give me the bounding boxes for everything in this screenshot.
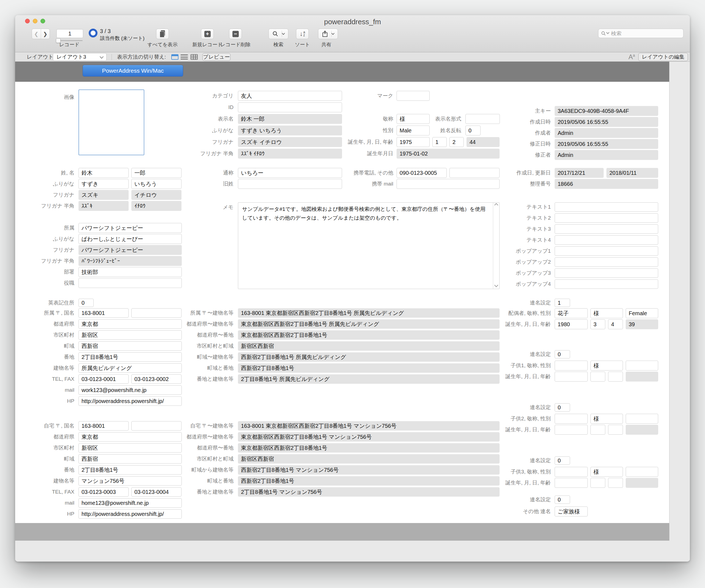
field-input[interactable]: ぱわーしふとじぇーぴー [79, 234, 182, 244]
poweraddress-button[interactable]: PowerAddress Win/Mac [83, 65, 183, 77]
field-input[interactable]: 西新宿 [79, 341, 182, 351]
table-view-icon[interactable] [191, 54, 198, 60]
field-input[interactable] [450, 168, 500, 178]
share-button[interactable] [318, 29, 338, 39]
field-input[interactable]: 1975 [396, 137, 430, 147]
scroll-up-icon[interactable] [494, 203, 498, 207]
field-input[interactable]: 0 [79, 299, 94, 307]
field-input[interactable]: 2丁目8番地1号 [79, 465, 182, 475]
field-input[interactable]: 03-0123-0002 [131, 375, 182, 384]
field-input[interactable]: 一郎 [131, 168, 182, 178]
memo-scrollbar[interactable] [493, 203, 499, 289]
record-number-field[interactable]: 1 [56, 29, 83, 38]
field-input[interactable]: 2丁目8番地1号 [79, 352, 182, 362]
field-input[interactable]: 花子 [555, 308, 588, 318]
field-input[interactable]: 0 [555, 350, 570, 358]
next-record-icon[interactable]: ❯ [41, 29, 50, 39]
show-all-button[interactable] [156, 29, 169, 39]
field-input[interactable]: ご家族様 [555, 506, 588, 517]
field-input[interactable] [608, 372, 623, 382]
field-input[interactable]: 0 [555, 456, 570, 465]
field-input[interactable] [396, 179, 500, 189]
field-input[interactable]: 090-0123-0005 [396, 168, 447, 178]
field-input[interactable]: home123@powershift.ne.jp [79, 498, 182, 507]
edit-layout-button[interactable]: レイアウトの編集 [638, 53, 688, 61]
field-input[interactable] [555, 246, 658, 256]
field-input[interactable]: work123@powershift.ne.jp [79, 385, 182, 395]
field-input[interactable] [79, 278, 182, 288]
field-input[interactable] [555, 257, 658, 267]
field-input[interactable] [555, 213, 658, 223]
previous-record-icon[interactable]: ❮ [32, 29, 41, 39]
field-input[interactable]: 0 [465, 126, 480, 136]
field-input[interactable]: 新宿区 [79, 443, 182, 452]
field-input[interactable]: パワーシフトジェーピー [79, 223, 182, 233]
field-input[interactable]: 03-0123-0004 [131, 487, 182, 497]
field-input[interactable]: 1 [555, 299, 570, 307]
field-input[interactable]: 4 [608, 319, 623, 329]
field-input[interactable] [238, 179, 342, 189]
memo-field[interactable]: サンプルデータ#1です。地図検索および郵便番号検索の例として、東京都庁の住所（〒… [238, 202, 500, 289]
field-input[interactable]: マンション756号 [79, 476, 182, 486]
form-view-icon[interactable] [171, 54, 179, 60]
field-input[interactable]: 0 [555, 403, 570, 411]
scroll-down-icon[interactable] [494, 283, 498, 287]
quick-search-field[interactable] [598, 29, 684, 38]
field-input[interactable] [555, 372, 588, 382]
field-input[interactable]: 様 [591, 308, 623, 318]
found-set-pie-icon[interactable] [89, 29, 97, 38]
field-input[interactable] [555, 202, 658, 212]
quick-search-input[interactable] [611, 30, 680, 38]
field-input[interactable] [555, 414, 588, 424]
field-input[interactable] [608, 425, 623, 435]
field-input[interactable] [555, 467, 588, 477]
text-formatting-icon[interactable]: Aa [628, 53, 635, 61]
field-input[interactable] [626, 360, 658, 371]
field-input[interactable] [396, 91, 430, 101]
field-input[interactable]: 2 [450, 137, 464, 147]
field-input[interactable]: http://poweraddress.powershift.jp/ [79, 396, 182, 406]
field-input[interactable]: いちろー [238, 168, 342, 178]
field-input[interactable]: 1980 [555, 319, 588, 329]
sort-button[interactable]: ↓az [296, 29, 309, 39]
find-button[interactable] [269, 29, 288, 39]
field-input[interactable] [591, 478, 605, 488]
field-input[interactable]: 所属先ビルディング [79, 363, 182, 373]
field-input[interactable] [608, 478, 623, 488]
field-input[interactable]: すずき [79, 179, 129, 189]
field-input[interactable]: 新宿区 [79, 330, 182, 340]
field-input[interactable]: 様 [591, 360, 623, 371]
field-input[interactable]: http://poweraddress.powershift.jp/ [79, 509, 182, 519]
field-input[interactable]: いちろう [131, 179, 182, 189]
field-input[interactable]: 技術部 [79, 267, 182, 277]
record-nav-buttons[interactable]: ❮ ❯ [32, 29, 50, 39]
field-input[interactable] [591, 372, 605, 382]
image-field[interactable] [79, 90, 144, 155]
field-input[interactable]: 0 [555, 495, 570, 504]
field-input[interactable]: 様 [591, 467, 623, 477]
field-input[interactable] [591, 425, 605, 435]
field-input[interactable]: 1 [432, 137, 447, 147]
field-input[interactable] [555, 268, 658, 278]
field-input[interactable] [555, 478, 588, 488]
field-input[interactable] [626, 414, 658, 424]
field-input[interactable]: 様 [396, 114, 430, 124]
field-input[interactable]: 東京都 [79, 432, 182, 442]
field-input[interactable] [555, 224, 658, 234]
field-input[interactable]: 3 [591, 319, 605, 329]
field-input[interactable] [555, 280, 658, 289]
field-input[interactable] [238, 102, 342, 112]
field-input[interactable]: 東京都 [79, 319, 182, 329]
field-input[interactable] [131, 308, 182, 318]
field-input[interactable] [555, 235, 658, 245]
field-input[interactable] [626, 467, 658, 477]
field-input[interactable]: 03-0123-0003 [79, 487, 129, 497]
field-input[interactable]: 03-0123-0001 [79, 375, 129, 384]
field-input[interactable] [555, 360, 588, 371]
field-input[interactable]: 西新宿 [79, 454, 182, 463]
preview-button[interactable]: プレビュー [202, 53, 231, 61]
field-input[interactable]: 様 [591, 414, 623, 424]
field-input[interactable]: 163-8001 [79, 308, 129, 318]
list-view-icon[interactable] [181, 54, 188, 60]
field-input[interactable] [465, 114, 500, 124]
